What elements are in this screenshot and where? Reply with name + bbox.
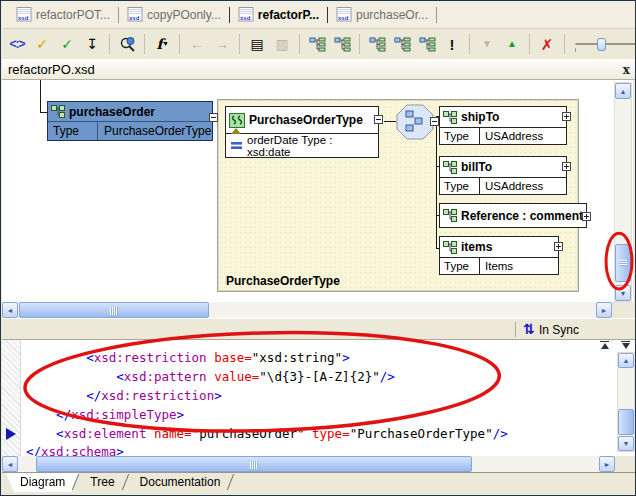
tab-diagram[interactable]: Diagram bbox=[6, 473, 79, 492]
attribute-row: orderDate Type : xsd:date bbox=[247, 134, 378, 158]
diagram-vertical-scrollbar[interactable]: ▲ ▼ bbox=[614, 82, 632, 302]
compositor-handle[interactable] bbox=[430, 117, 439, 126]
file-tab-label: copyPOonly... bbox=[147, 8, 221, 22]
element-icon bbox=[443, 241, 458, 254]
move-up-icon[interactable]: ▲ bbox=[501, 33, 523, 55]
diagram-horizontal-scrollbar[interactable]: ◄ ► bbox=[2, 302, 612, 318]
file-tab-copypoonly[interactable]: xsd copyPOonly... bbox=[119, 4, 229, 26]
error-check-icon[interactable]: ! bbox=[441, 33, 463, 55]
file-tab-label: refactorPOT... bbox=[36, 8, 110, 22]
function-menu-icon[interactable]: f▾ bbox=[151, 33, 173, 55]
collapse-pane-icon[interactable]: x bbox=[623, 63, 630, 77]
element-icon bbox=[443, 111, 458, 124]
expand-handle[interactable] bbox=[562, 112, 571, 121]
code-vertical-scrollbar[interactable]: ▲ ▼ bbox=[617, 352, 635, 452]
code-line: <xsd:pattern value="\d{3}-[A-Z]{2}"/> bbox=[26, 369, 395, 384]
file-tab-refactorp-active[interactable]: xsd refactorP... bbox=[230, 4, 327, 26]
complextype-icon bbox=[229, 113, 246, 128]
zoom-slider[interactable] bbox=[571, 35, 636, 53]
connector-trunk bbox=[436, 116, 437, 248]
add-child-element-icon[interactable] bbox=[331, 33, 353, 55]
element-box-purchaseorder[interactable]: purchaseOrder Type PurchaseOrderType bbox=[47, 101, 213, 141]
scrollbar-thumb[interactable] bbox=[618, 409, 634, 435]
collapse-handle[interactable] bbox=[209, 113, 218, 122]
current-line-marker-icon bbox=[6, 428, 16, 440]
toolbar-separator bbox=[564, 34, 565, 54]
markup-tools-icon[interactable]: <:> bbox=[6, 33, 28, 55]
reorder-element-icon[interactable] bbox=[416, 33, 438, 55]
tab-documentation[interactable]: Documentation bbox=[126, 473, 235, 492]
scrollbar-thumb[interactable] bbox=[615, 244, 631, 282]
row-label: Type bbox=[440, 178, 480, 194]
svg-text:xsd: xsd bbox=[338, 15, 349, 21]
code-line: </xsd:schema> bbox=[26, 444, 124, 456]
element-icon bbox=[443, 161, 458, 174]
element-box-billto[interactable]: billTo Type USAddress bbox=[439, 156, 567, 195]
schema-diagram-panel[interactable]: purchaseOrder Type PurchaseOrderType Pur… bbox=[2, 80, 633, 302]
delete-icon[interactable]: ✗ bbox=[536, 33, 558, 55]
complextype-name: PurchaseOrderType bbox=[249, 113, 363, 127]
file-tab-purchaseor[interactable]: xsd purchaseOr... bbox=[328, 4, 436, 26]
scroll-up-button[interactable]: ▲ bbox=[615, 83, 631, 99]
move-down-icon[interactable]: ▼ bbox=[476, 33, 498, 55]
xsd-file-icon: xsd bbox=[336, 7, 352, 22]
row-value: PurchaseOrderType bbox=[98, 124, 211, 138]
zoom-slider-thumb[interactable] bbox=[597, 38, 606, 51]
scroll-right-button[interactable]: ► bbox=[599, 456, 615, 472]
expand-handle[interactable] bbox=[554, 242, 563, 251]
validate-icon[interactable]: ✓ bbox=[56, 33, 78, 55]
document-title: refactorPO.xsd bbox=[8, 62, 95, 77]
element-box-items[interactable]: items Type Items bbox=[439, 236, 559, 275]
scrollbar-thumb[interactable] bbox=[36, 456, 472, 472]
file-tab-refactorpot[interactable]: xsd refactorPOT... bbox=[8, 4, 118, 26]
toolbar-separator bbox=[359, 34, 360, 54]
show-in-diagram-icon[interactable] bbox=[306, 33, 328, 55]
scroll-down-button[interactable]: ▼ bbox=[615, 285, 631, 301]
row-label: Type bbox=[440, 258, 480, 274]
toolbar-separator bbox=[299, 34, 300, 54]
element-box-reference[interactable]: Reference : comment bbox=[439, 203, 587, 228]
sequence-compositor-icon[interactable] bbox=[396, 104, 434, 140]
element-box-shipto[interactable]: shipTo Type USAddress bbox=[439, 106, 567, 145]
forward-icon[interactable]: → bbox=[211, 33, 233, 55]
collapse-up-icon[interactable] bbox=[598, 341, 611, 350]
element-name: billTo bbox=[461, 160, 492, 174]
expand-handle[interactable] bbox=[582, 212, 591, 221]
element-name: Reference : comment bbox=[461, 209, 583, 223]
append-element-icon[interactable] bbox=[391, 33, 413, 55]
svg-text:xsd: xsd bbox=[240, 15, 251, 21]
save-structure-icon[interactable]: ↧ bbox=[81, 33, 103, 55]
collapse-down-icon[interactable] bbox=[619, 341, 632, 350]
check-wellformed-icon[interactable]: ✓ bbox=[31, 33, 53, 55]
code-line: <xsd:element name="purchaseOrder" type="… bbox=[26, 426, 508, 441]
back-icon[interactable]: ← bbox=[186, 33, 208, 55]
scrollbar-thumb[interactable] bbox=[19, 302, 209, 318]
code-line: </xsd:restriction> bbox=[26, 388, 222, 403]
app-window: xsd refactorPOT... xsd copyPOonly... xsd… bbox=[0, 0, 636, 496]
code-horizontal-scrollbar[interactable]: ◄ ► bbox=[2, 456, 615, 472]
toolbar-separator bbox=[529, 34, 530, 54]
xsd-file-icon: xsd bbox=[16, 7, 32, 22]
scroll-down-button[interactable]: ▼ bbox=[618, 436, 634, 451]
scroll-left-button[interactable]: ◄ bbox=[2, 302, 18, 318]
insert-element-icon[interactable] bbox=[366, 33, 388, 55]
scroll-right-button[interactable]: ► bbox=[596, 302, 612, 318]
row-label: Type bbox=[440, 128, 480, 144]
find-icon[interactable] bbox=[116, 33, 138, 55]
connector-line bbox=[40, 80, 41, 112]
preview-icon[interactable]: ▤ bbox=[246, 33, 268, 55]
scroll-left-button[interactable]: ◄ bbox=[2, 456, 18, 472]
file-tab-label: refactorP... bbox=[258, 8, 319, 22]
scroll-up-button[interactable]: ▲ bbox=[618, 353, 634, 368]
xml-source-panel[interactable]: <xsd:restriction base="xsd:string"> <xsd… bbox=[2, 340, 636, 456]
toolbar-separator bbox=[144, 34, 145, 54]
collapse-handle[interactable] bbox=[374, 115, 383, 124]
sync-status-bar: ⇅ In Sync bbox=[2, 318, 636, 340]
print-icon[interactable]: ▥ bbox=[271, 33, 293, 55]
complextype-box-purchaseordertype[interactable]: PurchaseOrderType orderDate Type : xsd:d… bbox=[225, 106, 379, 158]
code-line: <xsd:restriction base="xsd:string"> bbox=[26, 350, 350, 365]
complextype-container[interactable]: PurchaseOrderType PurchaseOrderType orde… bbox=[217, 99, 579, 292]
expand-handle[interactable] bbox=[562, 162, 571, 171]
derived-triangle-icon bbox=[231, 128, 241, 134]
element-name: items bbox=[461, 240, 492, 254]
